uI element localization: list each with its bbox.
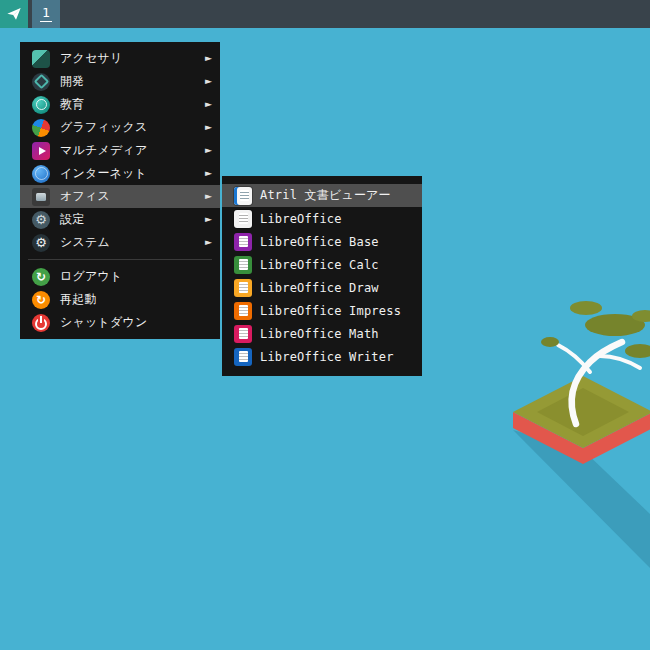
menu-item-label: 教育 [60,96,84,113]
submenu-item-libreoffice-calc[interactable]: LibreOffice Calc [222,253,422,276]
menu-item-graphics[interactable]: グラフィックス ► [20,116,220,139]
libreoffice-base-icon [234,233,252,251]
menu-item-label: システム [60,234,110,251]
libreoffice-calc-icon [234,256,252,274]
menu-item-label: ログアウト [60,268,122,285]
menu-item-label: シャットダウン [60,314,147,331]
menu-item-education[interactable]: 教育 ► [20,93,220,116]
submenu-item-label: LibreOffice Impress [260,304,401,318]
submenu-arrow-icon: ► [205,54,212,63]
menu-item-label: 再起動 [60,291,97,308]
libreoffice-math-icon [234,325,252,343]
libreoffice-icon [234,210,252,228]
submenu-arrow-icon: ► [205,238,212,247]
office-icon [32,188,50,206]
menu-item-label: 設定 [60,211,84,228]
menu-item-label: インターネット [60,165,147,182]
submenu-arrow-icon: ► [205,169,212,178]
submenu-item-libreoffice-draw[interactable]: LibreOffice Draw [222,276,422,299]
app-menu: アクセサリ ► 開発 ► 教育 ► グラフィックス ► マルチメディア ► イン… [20,42,220,339]
libreoffice-draw-icon [234,279,252,297]
menu-item-multimedia[interactable]: マルチメディア ► [20,139,220,162]
submenu-arrow-icon: ► [205,192,212,201]
education-icon [32,96,50,114]
launcher-button[interactable] [0,0,28,28]
multimedia-icon [32,142,50,160]
menu-item-label: 開発 [60,73,84,90]
system-icon [32,234,50,252]
island-red-base [513,412,650,464]
submenu-arrow-icon: ► [205,100,212,109]
internet-icon [32,165,50,183]
bonsai-foliage [541,301,650,358]
settings-icon [32,211,50,229]
workspace-1-button[interactable]: 1 [32,0,60,28]
submenu-arrow-icon: ► [205,77,212,86]
top-bar: 1 [0,0,650,28]
workspace-number: 1 [40,6,52,22]
submenu-item-label: LibreOffice Calc [260,258,379,272]
atril-icon [234,187,252,205]
submenu-item-atril[interactable]: Atril 文書ビューアー [222,184,422,207]
shutdown-icon [32,314,50,332]
submenu-arrow-icon: ► [205,123,212,132]
menu-item-label: アクセサリ [60,50,122,67]
submenu-item-libreoffice-base[interactable]: LibreOffice Base [222,230,422,253]
menu-item-internet[interactable]: インターネット ► [20,162,220,185]
paper-plane-icon [6,6,22,22]
menu-item-system[interactable]: システム ► [20,231,220,254]
submenu-item-label: LibreOffice Draw [260,281,379,295]
libreoffice-impress-icon [234,302,252,320]
menu-item-shutdown[interactable]: シャットダウン [20,311,220,334]
submenu-item-libreoffice-writer[interactable]: LibreOffice Writer [222,345,422,368]
submenu-item-label: LibreOffice Base [260,235,379,249]
bonsai-trunk [558,342,640,424]
menu-separator [28,259,212,260]
menu-item-label: グラフィックス [60,119,147,136]
submenu-item-label: LibreOffice [260,212,342,226]
submenu-item-libreoffice-math[interactable]: LibreOffice Math [222,322,422,345]
menu-item-restart[interactable]: 再起動 [20,288,220,311]
graphics-icon [32,119,50,137]
submenu-item-libreoffice[interactable]: LibreOffice [222,207,422,230]
libreoffice-writer-icon [234,348,252,366]
submenu-item-libreoffice-impress[interactable]: LibreOffice Impress [222,299,422,322]
restart-icon [32,291,50,309]
accessories-icon [32,50,50,68]
menu-item-logout[interactable]: ログアウト [20,265,220,288]
submenu-arrow-icon: ► [205,146,212,155]
logout-icon [32,268,50,286]
submenu-item-label: LibreOffice Math [260,327,379,341]
island-top-inner [537,388,629,436]
island-long-shadow [513,430,650,568]
submenu-item-label: LibreOffice Writer [260,350,394,364]
island-top-face [513,376,650,448]
development-icon [32,73,50,91]
menu-item-settings[interactable]: 設定 ► [20,208,220,231]
office-submenu: Atril 文書ビューアー LibreOffice LibreOffice Ba… [222,176,422,376]
submenu-arrow-icon: ► [205,215,212,224]
menu-item-office[interactable]: オフィス ► [20,185,220,208]
menu-item-label: オフィス [60,188,110,205]
submenu-item-label: Atril 文書ビューアー [260,187,391,204]
menu-item-development[interactable]: 開発 ► [20,70,220,93]
menu-item-accessories[interactable]: アクセサリ ► [20,47,220,70]
menu-item-label: マルチメディア [60,142,147,159]
